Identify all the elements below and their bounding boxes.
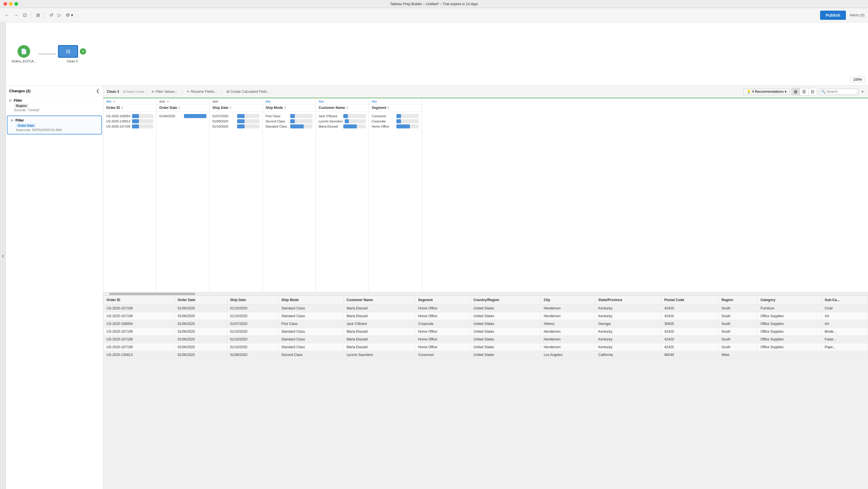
type-badge-ship-mode: Abc (266, 100, 271, 103)
alerts-button[interactable]: Alerts (0) (849, 13, 865, 17)
bar-track (237, 124, 259, 128)
minimize-button[interactable] (9, 2, 12, 6)
table-row[interactable]: US-2020-16719901/06/202001/10/2020Standa… (104, 327, 868, 335)
rename-fields-button[interactable]: ✏ Rename Fields... (185, 88, 219, 95)
tab-meta: 18 fields 9 rows (123, 90, 144, 93)
undo-button[interactable]: ↺ (48, 11, 54, 19)
column-header[interactable]: Order Date (175, 295, 227, 304)
table-row[interactable]: US-2020-16719901/06/202001/10/2020Standa… (104, 312, 868, 320)
column-header[interactable]: Category (757, 295, 822, 304)
create-calc-field-button[interactable]: ⊞ Create Calculated Field... (224, 88, 272, 95)
clean-node[interactable]: ⊟ (58, 45, 78, 58)
card-title-segment: Segment (372, 106, 386, 110)
bar-track (237, 114, 259, 118)
table-row[interactable]: US-2020-16719901/06/202001/10/2020Standa… (104, 343, 868, 351)
table-cell: 42420 (661, 327, 718, 335)
close-button[interactable] (3, 2, 7, 6)
column-header[interactable]: Country/Region (470, 295, 541, 304)
bar-track (343, 114, 366, 118)
column-header[interactable]: City (541, 295, 595, 304)
table-cell: Corporate (415, 320, 470, 327)
table-cell: Maria Etezadi (344, 343, 415, 351)
search-input[interactable] (827, 90, 856, 94)
change-item-2[interactable]: ⊫ Filter Order Date Keep-only: DATE(#202… (7, 115, 102, 135)
column-header[interactable]: State/Province (595, 295, 661, 304)
profile-view-button[interactable]: ⊞ (792, 88, 800, 95)
data-table: Order IDOrder DateShip DateShip ModeCust… (103, 295, 868, 359)
type-badge-order-date: date (159, 100, 165, 103)
sidebar-toggle[interactable]: ❮ (0, 22, 6, 489)
change-1-tag: Region (14, 104, 28, 108)
home-button[interactable]: ⊡ (22, 11, 28, 19)
column-header[interactable]: Region (718, 295, 757, 304)
change-item-1[interactable]: ⊫ Filter Region Exclude: "Central" (6, 96, 103, 114)
window-controls (3, 2, 18, 6)
table-row[interactable]: US-2020-16719901/06/202001/10/2020Standa… (104, 304, 868, 312)
app-toolbar: ← → ⊡ ⊞ ↺ ▷ ⚙ ▾ Publish Alerts (0) (0, 8, 868, 22)
bar-row: Jack O'Briant (319, 114, 366, 118)
run-options-button[interactable]: ⚙ ▾ (65, 11, 74, 19)
bar-fill (396, 119, 401, 123)
run-button[interactable]: ▷ (57, 11, 62, 19)
column-header[interactable]: Segment (415, 295, 470, 304)
table-cell: Office Supplies (757, 312, 822, 320)
column-header[interactable]: Ship Mode (278, 295, 344, 304)
toolbar-left: ← → ⊡ ⊞ ↺ ▷ ⚙ ▾ (3, 11, 74, 19)
filter-values-button[interactable]: ⊫ Filter Values... (149, 88, 180, 95)
tab-label: Clean 3 (107, 90, 119, 94)
bar-row: Corporate (372, 119, 419, 123)
table-cell: 01/06/2020 (175, 304, 227, 312)
column-header[interactable]: Postal Code (661, 295, 718, 304)
scroll-indicator[interactable] (103, 292, 868, 295)
table-row[interactable]: US-2020-16719901/06/202001/10/2020Standa… (104, 335, 868, 343)
search-box: 🔍 (818, 88, 859, 95)
clean-node-label: Clean 3 (67, 59, 78, 63)
column-header[interactable]: Order ID (104, 295, 175, 304)
node-connector-1 (38, 54, 56, 54)
table-cell: 42420 (661, 304, 718, 312)
card-title-customer-name: Customer Name (319, 106, 345, 110)
table-cell (822, 351, 868, 358)
bar-fill (132, 114, 139, 118)
bar-row: Lycoris Saunders (319, 119, 366, 123)
bar-track (237, 119, 259, 123)
forward-button[interactable]: → (12, 11, 20, 19)
add-step-button[interactable]: + (80, 48, 86, 55)
source-node[interactable]: 📄 Orders_ECFCA... (11, 45, 36, 63)
bar-row: 01/07/2020 (212, 114, 259, 118)
bar-fill (132, 119, 139, 123)
bar-fill (396, 114, 401, 118)
table-cell: Kentucky (595, 335, 661, 343)
publish-button[interactable]: Publish (820, 11, 846, 20)
column-header[interactable]: Sub-Ca... (822, 295, 868, 304)
card-title-order-id: Order ID (106, 106, 120, 110)
list-view-button[interactable]: ☰ (800, 88, 809, 95)
add-input-button[interactable]: ⊞ (35, 11, 41, 19)
table-row[interactable]: US-2020-13081301/06/202001/08/2020Second… (104, 351, 868, 358)
expand-button[interactable]: ▾ (861, 88, 865, 95)
table-header-row: Order IDOrder DateShip DateShip ModeCust… (104, 295, 868, 304)
table-cell: Standard Class (278, 335, 344, 343)
back-button[interactable]: ← (3, 11, 10, 19)
bar-fill (290, 124, 304, 128)
table-cell: 01/10/2020 (227, 335, 278, 343)
table-cell: US-2020-106054 (104, 320, 175, 327)
bar-label: Standard Class (266, 125, 288, 128)
grid-view-button[interactable]: ⊡ (809, 88, 817, 95)
column-header[interactable]: Customer Name (344, 295, 415, 304)
card-header-ship-date: date (210, 98, 262, 105)
maximize-button[interactable] (14, 2, 18, 6)
table-cell (757, 351, 822, 358)
card-title-row-segment: Segment3 (369, 105, 422, 112)
data-table-container[interactable]: Order IDOrder DateShip DateShip ModeCust… (103, 295, 868, 489)
right-panel: Clean 3 18 fields 9 rows ⊫ Filter Values… (103, 86, 868, 489)
table-row[interactable]: US-2020-10605401/06/202001/07/2020First … (104, 320, 868, 327)
card-count-customer-name: 3 (346, 106, 348, 110)
card-title-row-ship-date: Ship Date3 (210, 105, 262, 112)
collapse-panel-button[interactable]: ❮ (96, 88, 100, 93)
table-cell: United States (470, 320, 541, 327)
recommendations-button[interactable]: 💡 4 Recommendations ▾ (743, 88, 789, 95)
bar-fill (343, 114, 348, 118)
column-header[interactable]: Ship Date (227, 295, 278, 304)
table-cell: Home Office (415, 335, 470, 343)
